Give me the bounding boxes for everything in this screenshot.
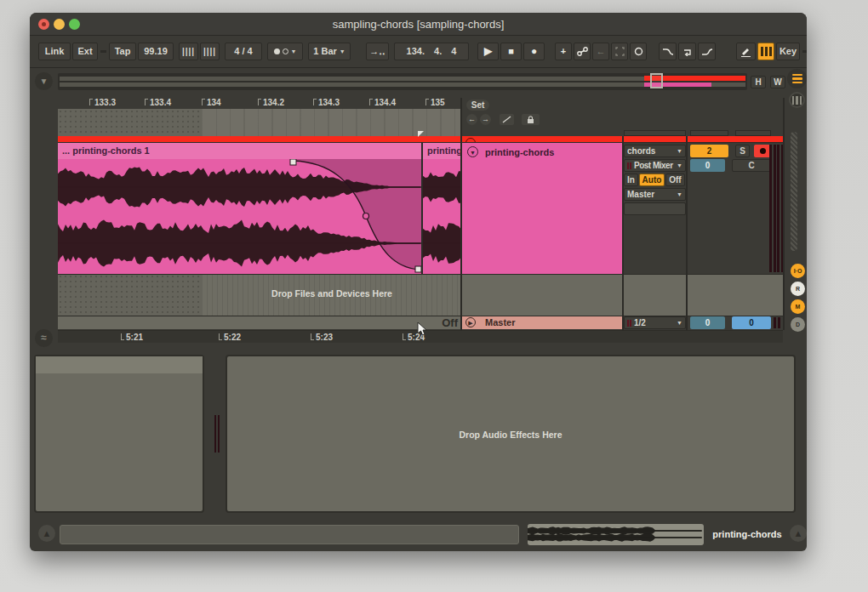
stop-button[interactable]: ■ — [500, 43, 522, 60]
monitor-in-button[interactable]: In — [624, 174, 638, 186]
zoom-height-button[interactable]: H — [751, 76, 766, 88]
overview-zoom-selector[interactable] — [650, 73, 663, 88]
computer-midi-keyboard-button[interactable] — [757, 43, 774, 60]
draw-automation-button[interactable] — [500, 114, 514, 125]
solo-button[interactable]: S — [735, 145, 750, 157]
arrangement-header-divider[interactable] — [460, 98, 462, 330]
metronome-button[interactable]: ▼ — [267, 43, 303, 60]
automation-off-label[interactable]: Off — [442, 316, 458, 329]
previous-locator-button[interactable]: ← — [466, 114, 477, 125]
punch-out-button[interactable] — [698, 43, 716, 60]
set-locator-button[interactable]: Set — [466, 100, 489, 111]
overdub-button[interactable]: + — [555, 43, 572, 60]
punch-out-icon — [701, 48, 713, 56]
record-button[interactable]: ● — [523, 43, 545, 60]
show-mixer-toggle[interactable]: M — [791, 299, 805, 314]
capture-selection-button[interactable] — [611, 43, 628, 60]
show-detail-view-toggle[interactable]: ▲ — [790, 525, 807, 542]
tempo-field[interactable]: 99.19 — [138, 43, 174, 60]
master-volume-field[interactable]: 0 — [690, 316, 725, 329]
master-track-header[interactable]: ▶ Master — [462, 316, 622, 329]
device-chain-meter — [214, 415, 220, 453]
status-field — [60, 525, 519, 544]
automation-arm-button[interactable] — [574, 43, 591, 60]
play-button[interactable]: ▶ — [477, 43, 499, 60]
punch-in-button[interactable] — [659, 43, 677, 60]
audio-clip-1[interactable]: ... printing-chords 1 — [58, 143, 421, 274]
arrangement-position-display[interactable]: 134. 4. 4 — [394, 43, 469, 60]
pan-field[interactable]: C — [732, 159, 771, 172]
fade-slope-handle — [363, 213, 369, 219]
time-signature-field[interactable]: 4 / 4 — [225, 43, 262, 60]
monitor-auto-button[interactable]: Auto — [639, 174, 665, 186]
capture-midi-button[interactable] — [630, 43, 647, 60]
plus-icon: + — [561, 43, 566, 60]
master-automation-lane[interactable]: Off — [58, 316, 462, 329]
ext-button[interactable]: Ext — [72, 43, 98, 60]
clip-view-panel[interactable] — [34, 355, 204, 513]
track-name[interactable]: printing-chords — [485, 147, 554, 157]
triangle-up-icon: ▲ — [794, 528, 803, 538]
clip-title-bar[interactable]: ... printing-chords 1 — [58, 143, 421, 159]
draw-mode-button[interactable] — [736, 43, 756, 60]
thumbnail-waveform — [528, 524, 702, 544]
show-io-toggle[interactable]: I·O — [791, 264, 805, 278]
show-info-view-toggle[interactable]: ▲ — [38, 525, 55, 542]
drop-area[interactable]: Drop Files and Devices Here — [202, 274, 462, 316]
vertical-scrollbar[interactable] — [791, 132, 797, 251]
arrangement-overview[interactable] — [58, 73, 747, 90]
clip-waveform-area[interactable] — [423, 159, 462, 274]
drop-area-left[interactable] — [58, 274, 202, 316]
clip-view-tab[interactable]: printing-chords — [709, 529, 785, 539]
arm-record-button[interactable] — [754, 145, 771, 157]
meter-mini-icon — [627, 320, 631, 327]
clip-overview-thumbnail[interactable] — [528, 524, 704, 545]
show-track-delay-toggle[interactable]: D — [791, 317, 805, 332]
overview-track-line — [60, 83, 745, 87]
arrangement-loop-button[interactable] — [678, 43, 696, 60]
cue-volume-field[interactable]: 0 — [732, 316, 771, 329]
clip-waveform-area[interactable] — [58, 159, 421, 274]
track-level-meter — [769, 145, 776, 272]
time-ruler[interactable]: 5:21 5:22 5:23 5:24 — [58, 330, 783, 343]
record-icon: ● — [531, 43, 537, 60]
master-routing: 1/2▼ — [624, 316, 686, 329]
triangle-up-icon: ▲ — [43, 528, 52, 538]
lock-envelopes-button[interactable] — [522, 114, 540, 125]
app-window: sampling-chords [sampling-chords] Link E… — [30, 13, 807, 551]
cue-out-chooser[interactable]: 1/2▼ — [624, 316, 686, 329]
output-channel-chooser[interactable] — [624, 202, 686, 215]
arrangement-view-toggle[interactable] — [787, 69, 807, 88]
beat-time-ruler[interactable]: 133.3 133.4 134 134.2 134.3 134.4 135 — [58, 98, 460, 109]
master-track-name[interactable]: Master — [485, 317, 515, 327]
show-returns-toggle[interactable]: R — [791, 282, 805, 296]
automation-node-icon — [577, 47, 588, 56]
follow-button[interactable]: →‥ — [366, 43, 389, 60]
key-map-button[interactable]: Key — [776, 43, 800, 60]
track-header[interactable]: ▼ printing-chords — [462, 143, 622, 274]
tap-tempo-button[interactable]: Tap — [109, 43, 136, 60]
link-button[interactable]: Link — [38, 43, 71, 60]
scrub-area-left[interactable] — [58, 109, 202, 136]
track-activator-button[interactable]: 2 — [690, 145, 728, 157]
triangle-down-icon: ▼ — [40, 77, 49, 86]
input-type-chooser[interactable]: chords▼ — [624, 145, 686, 157]
track-divider — [58, 274, 783, 275]
quantization-menu[interactable]: 1 Bar▼ — [308, 43, 351, 60]
nudge-down-button[interactable]: |||| — [179, 43, 198, 60]
session-view-toggle[interactable] — [789, 92, 805, 108]
zoom-width-button[interactable]: W — [770, 76, 785, 88]
volume-field[interactable]: 0 — [690, 159, 725, 172]
clip-title-bar[interactable]: printing- — [423, 143, 462, 159]
output-type-chooser[interactable]: Master▼ — [624, 188, 686, 201]
input-channel-chooser[interactable]: Post Mixer▼ — [624, 159, 686, 172]
nudge-up-button[interactable]: |||| — [200, 43, 220, 60]
monitor-off-button[interactable]: Off — [665, 174, 685, 186]
track-unfold-button[interactable]: ▼ — [467, 146, 478, 157]
re-enable-automation-button[interactable]: ← — [592, 43, 609, 60]
show-overview-toggle[interactable]: ▼ — [35, 72, 53, 90]
next-locator-button[interactable]: → — [480, 114, 491, 125]
audio-clip-2[interactable]: printing- — [423, 143, 462, 274]
show-scale-toggle[interactable]: ≈ — [35, 329, 53, 347]
device-view-panel[interactable]: Drop Audio Effects Here — [226, 355, 796, 513]
